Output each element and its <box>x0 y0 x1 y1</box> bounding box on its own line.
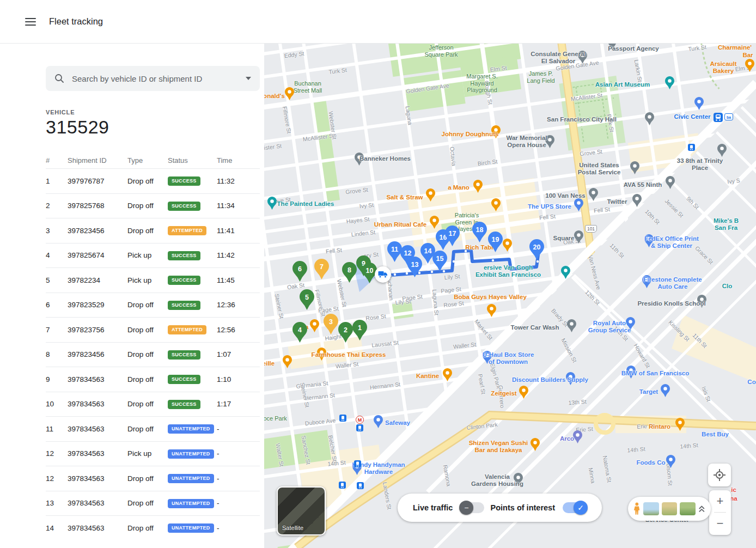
stop-marker-15[interactable]: 15 <box>432 251 447 273</box>
restaurant-label[interactable]: Kantine <box>416 373 439 380</box>
attraction-pin-icon[interactable] <box>561 266 570 281</box>
restaurant-pin-icon[interactable] <box>473 180 483 195</box>
table-row[interactable]: 13397834563Drop offUNATTEMPTED- <box>46 491 260 516</box>
table-row[interactable]: 12397834563Drop offUNATTEMPTED- <box>46 466 260 491</box>
restaurant-label[interactable]: Johnny Doughnuts <box>442 131 499 138</box>
photo-thumbnail[interactable] <box>643 502 659 515</box>
table-row[interactable]: 9397834563Drop offSUCCESS1:10 <box>46 367 260 392</box>
stop-marker-13[interactable]: 13 <box>407 257 422 279</box>
table-row[interactable]: 1397976787Drop offSUCCESS11:32 <box>46 168 260 193</box>
civic-label[interactable]: Tower Car Wash <box>511 324 559 331</box>
transit-sq-icon[interactable] <box>357 482 364 491</box>
restaurant-pin-icon[interactable] <box>503 239 512 254</box>
attraction-label[interactable]: Asian Art Museum <box>595 81 650 88</box>
stop-marker-3[interactable]: 3 <box>324 314 338 337</box>
transit-label-label[interactable]: Civic Center <box>674 113 710 120</box>
restaurant-pin-icon[interactable] <box>491 198 501 214</box>
restaurant-label[interactable]: Zeitgeist <box>491 390 516 397</box>
restaurant-label[interactable]: a Mano <box>448 184 470 191</box>
store-pin-icon[interactable] <box>374 415 383 430</box>
stop-marker-8[interactable]: 8 <box>342 262 357 285</box>
table-row[interactable]: 10397834563Drop offSUCCESS1:17 <box>46 392 260 417</box>
stop-marker-1[interactable]: 1 <box>352 320 367 343</box>
attraction-label[interactable]: Mike's BSan Fra <box>714 217 739 232</box>
store-label[interactable]: Co <box>747 379 755 386</box>
restaurant-pin-icon[interactable] <box>531 438 540 453</box>
transit-sq-icon[interactable] <box>356 424 363 434</box>
transit-sq-icon[interactable] <box>339 414 346 424</box>
civic-pin-icon[interactable] <box>666 176 675 191</box>
stop-marker-5[interactable]: 5 <box>300 289 314 312</box>
civic-pin-icon[interactable] <box>645 112 654 127</box>
transit-sq-icon[interactable] <box>354 460 361 470</box>
civic-label[interactable]: Consulate GeneralEl Salvador <box>531 51 586 65</box>
attraction-pin-icon[interactable] <box>267 197 277 212</box>
stop-marker-6[interactable]: 6 <box>292 261 307 284</box>
restaurant-pin-icon[interactable] <box>487 304 496 319</box>
store-pin-icon[interactable] <box>666 455 675 470</box>
restaurant-label[interactable]: Boba Guys Hayes Valley <box>454 294 527 301</box>
store-pin-icon[interactable] <box>694 97 704 112</box>
civic-pin-icon[interactable] <box>574 230 583 246</box>
civic-label[interactable]: Passport Agency <box>608 45 659 52</box>
restaurant-label[interactable]: Arsicault Bakery <box>707 60 740 75</box>
menu-button[interactable] <box>25 18 36 26</box>
restaurant-pin-icon[interactable] <box>745 59 754 74</box>
store-label[interactable]: Royal AutoGroup Service <box>588 320 631 334</box>
attraction-label[interactable]: ersive Van GoghExhibit San Francisco <box>475 264 541 278</box>
restaurant-label[interactable]: Bar <box>742 52 753 59</box>
restaurant-label[interactable]: Salt & Straw <box>386 194 423 201</box>
live-traffic-toggle[interactable]: − <box>460 502 484 513</box>
map-canvas[interactable]: Eddy StTurk StTurk StElm StElm StGolden … <box>264 44 756 548</box>
store-pin-icon[interactable] <box>574 198 583 214</box>
alert-label[interactable]: ic <box>731 486 736 494</box>
restaurant-pin-icon[interactable] <box>430 216 439 231</box>
attraction-label[interactable]: Clo <box>722 283 733 290</box>
restaurant-label[interactable]: Urban Ritual Cafe <box>374 221 427 228</box>
transit-sq-icon[interactable] <box>339 481 346 491</box>
civic-label[interactable]: ValenciaGardens Housing <box>471 473 523 488</box>
restaurant-label[interactable]: Rintaro <box>649 423 670 430</box>
pegman-icon[interactable] <box>633 502 641 516</box>
restaurant-pin-icon[interactable] <box>519 386 528 401</box>
store-label[interactable]: Discount Builders Supply <box>512 376 588 383</box>
photo-thumbnail[interactable] <box>680 502 696 515</box>
civic-label[interactable]: 100 Van Ness <box>545 192 586 199</box>
restaurant-pin-icon[interactable] <box>283 355 292 370</box>
restaurant-label[interactable]: Farmhouse Thai Express <box>312 351 386 358</box>
civic-label[interactable]: Presidio Knolls School <box>637 300 705 307</box>
attraction-pin-icon[interactable] <box>665 76 674 92</box>
civic-label[interactable]: United StatesPostal Service <box>578 162 621 176</box>
store-pin-icon[interactable] <box>661 384 670 399</box>
restaurant-label[interactable]: Charmaine' <box>718 44 752 51</box>
transit-sq-icon[interactable] <box>688 143 695 153</box>
table-row[interactable]: 11397834563Drop offUNATTEMPTED- <box>46 416 260 441</box>
points-of-interest-toggle[interactable]: ✓ <box>563 502 587 513</box>
alert-label[interactable]: na <box>730 495 737 502</box>
gas-pin-icon[interactable] <box>573 430 582 446</box>
table-row[interactable]: 2397825768Drop offSUCCESS11:34 <box>46 193 260 218</box>
civic-label[interactable]: 33 8th at Trinity Place <box>672 157 728 172</box>
store-label[interactable]: The UPS Store <box>528 203 571 210</box>
table-row[interactable]: 7397823756Drop offATTEMPTED12:56 <box>46 317 260 342</box>
store-label[interactable]: Firestone CompleteAuto Care <box>643 276 702 290</box>
restaurant-label[interactable]: onald's <box>264 93 285 100</box>
stop-marker-20[interactable]: 20 <box>529 239 544 262</box>
vehicle-marker[interactable] <box>375 266 391 283</box>
civic-label[interactable]: Twitter <box>607 198 627 205</box>
restaurant-pin-icon[interactable] <box>285 87 294 102</box>
table-row[interactable]: 6397823529Drop offSUCCESS12:36 <box>46 293 260 318</box>
stop-marker-17[interactable]: 17 <box>445 226 460 248</box>
civic-label[interactable]: Square <box>553 235 575 242</box>
table-row[interactable]: 8397823456Drop offSUCCESS1:07 <box>46 342 260 367</box>
civic-pin-icon[interactable] <box>589 188 598 203</box>
civic-label[interactable]: War MemorialOpera House <box>507 135 547 149</box>
stop-marker-18[interactable]: 18 <box>472 222 487 245</box>
restaurant-label[interactable]: eille <box>264 360 275 367</box>
transit-bart-icon[interactable]: ba <box>724 113 733 123</box>
search-input[interactable]: Search by vehicle ID or shipment ID <box>72 74 246 83</box>
store-label[interactable]: FedEx Office Print& Ship Center <box>644 235 699 249</box>
attraction-label[interactable]: The Painted Ladies <box>277 200 334 208</box>
civic-label[interactable]: San Francisco City Hall <box>547 116 617 123</box>
gas-label[interactable]: Arco <box>560 435 574 442</box>
